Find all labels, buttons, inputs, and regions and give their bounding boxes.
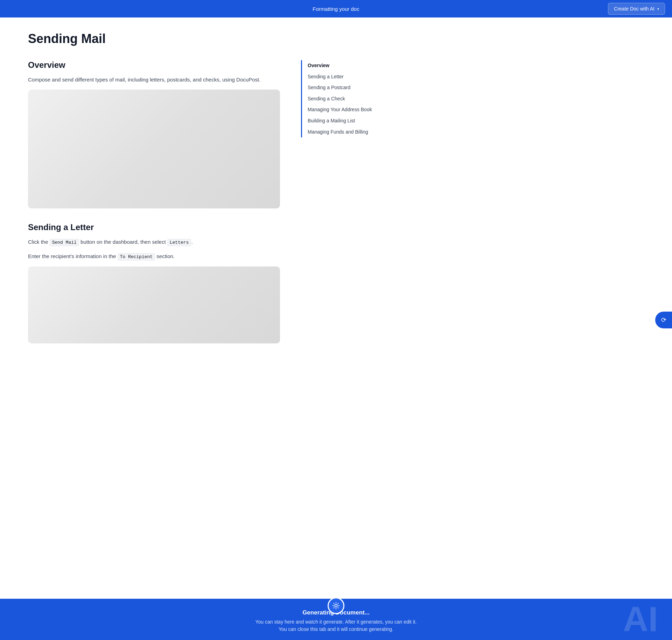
generating-icon xyxy=(328,597,344,614)
sidebar-item-mailing-list[interactable]: Building a Mailing List xyxy=(308,115,378,127)
sending-letter-step1: Click the Send Mail button on the dashbo… xyxy=(28,238,280,247)
top-bar: Formatting your doc Create Doc with AI ▾ xyxy=(0,0,672,17)
sending-letter-image-placeholder xyxy=(28,266,280,343)
svg-point-0 xyxy=(335,604,337,607)
chevron-down-icon: ▾ xyxy=(657,7,659,11)
floating-icon: ⟳ xyxy=(661,316,666,324)
sidebar: Overview Sending a Letter Sending a Post… xyxy=(301,60,378,137)
overview-text: Compose and send different types of mail… xyxy=(28,76,280,84)
letters-code: Letters xyxy=(167,239,191,246)
page-container: Sending Mail Overview Compose and send d… xyxy=(0,17,420,364)
create-doc-label: Create Doc with AI xyxy=(614,6,654,12)
top-bar-title: Formatting your doc xyxy=(313,6,359,12)
sidebar-item-address-book[interactable]: Managing Your Address Book xyxy=(308,104,378,115)
sidebar-item-billing[interactable]: Managing Funds and Billing xyxy=(308,127,378,138)
content-layout: Overview Compose and send different type… xyxy=(28,60,392,350)
sidebar-item-sending-check[interactable]: Sending a Check xyxy=(308,93,378,105)
sidebar-item-sending-letter[interactable]: Sending a Letter xyxy=(308,71,378,83)
overview-section: Overview Compose and send different type… xyxy=(28,60,280,208)
generating-line1: You can stay here and watch it generate.… xyxy=(255,619,417,625)
create-doc-button[interactable]: Create Doc with AI ▾ xyxy=(608,3,665,15)
send-mail-code: Send Mail xyxy=(50,239,79,246)
sidebar-nav: Overview Sending a Letter Sending a Post… xyxy=(301,60,378,137)
main-content: Overview Compose and send different type… xyxy=(28,60,280,350)
generating-subtitle: You can stay here and watch it generate.… xyxy=(255,618,417,633)
overview-image-placeholder xyxy=(28,90,280,208)
generating-line2: You can close this tab and it will conti… xyxy=(279,626,393,632)
sending-letter-step2: Enter the recipient's information in the… xyxy=(28,252,280,261)
to-recipient-code: To Recipient xyxy=(118,253,155,261)
generating-bar: Generating Document... You can stay here… xyxy=(0,599,672,640)
sidebar-item-sending-postcard[interactable]: Sending a Postcard xyxy=(308,82,378,93)
floating-action-button[interactable]: ⟳ xyxy=(655,312,672,328)
generating-bar-inner: Generating Document... You can stay here… xyxy=(7,606,665,633)
sending-letter-heading: Sending a Letter xyxy=(28,222,280,232)
sidebar-item-overview[interactable]: Overview xyxy=(308,60,378,71)
page-title: Sending Mail xyxy=(28,31,392,46)
overview-heading: Overview xyxy=(28,60,280,70)
sending-letter-section: Sending a Letter Click the Send Mail but… xyxy=(28,222,280,343)
